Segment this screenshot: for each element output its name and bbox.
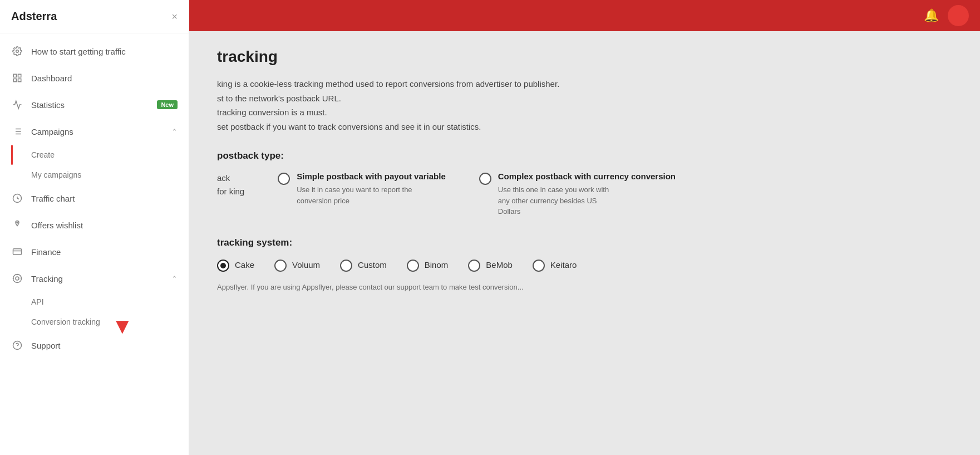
tracking-system-custom[interactable]: Custom [340, 258, 387, 272]
svg-point-17 [13, 275, 22, 283]
tracking-system-binom[interactable]: Binom [407, 258, 449, 272]
main-header: 🔔 [189, 0, 980, 31]
sidebar-item-tracking[interactable]: Tracking ⌃ [0, 265, 189, 292]
postback-simple-radio[interactable] [278, 173, 290, 185]
campaigns-icon [11, 125, 23, 138]
tracking-cake-radio[interactable] [217, 260, 229, 272]
svg-point-0 [16, 50, 19, 53]
tracking-voluum-label: Voluum [292, 260, 320, 270]
sidebar-item-label-support: Support [31, 341, 178, 350]
sidebar-item-label-how-to-start: How to start getting traffic [31, 47, 178, 56]
sidebar-item-offers-wishlist[interactable]: Offers wishlist [0, 212, 189, 238]
svg-point-18 [16, 277, 19, 280]
postback-option-no-postback: ack for king [217, 172, 244, 198]
sidebar-item-label-finance: Finance [31, 247, 178, 257]
svg-rect-15 [13, 249, 22, 255]
svg-rect-4 [18, 79, 21, 82]
tracking-system-label: tracking system: [217, 237, 952, 248]
notification-bell-icon[interactable]: 🔔 [924, 8, 939, 23]
support-icon [11, 339, 23, 351]
main-content: 🔔 tracking king is a cookie-less trackin… [189, 0, 980, 455]
sidebar-item-finance[interactable]: Finance [0, 238, 189, 265]
svg-rect-2 [18, 74, 21, 77]
sidebar-item-label-statistics: Statistics [31, 100, 152, 110]
description-block: king is a cookie-less tracking method us… [217, 77, 952, 134]
sidebar-item-label-tracking: Tracking [31, 274, 171, 283]
tracking-system-keitaro[interactable]: Keitaro [533, 258, 577, 272]
sidebar-item-label-campaigns: Campaigns [31, 127, 171, 136]
my-campaigns-label: My campaigns [31, 170, 81, 179]
tracking-bemob-radio[interactable] [468, 260, 480, 272]
svg-rect-3 [13, 79, 16, 82]
sidebar-item-support[interactable]: Support [0, 332, 189, 359]
tracking-system-cake[interactable]: Cake [217, 258, 254, 272]
campaigns-chevron-icon: ⌃ [171, 128, 178, 136]
postback-type-section: postback type: ack for king Simple postb… [217, 150, 952, 217]
sidebar-sub-item-create[interactable]: Create [0, 145, 189, 165]
sidebar-item-dashboard[interactable]: Dashboard [0, 65, 189, 91]
tracking-system-section: tracking system: Cake Voluum Cu [217, 237, 952, 291]
postback-option-complex[interactable]: Complex postback with currency conversio… [479, 172, 676, 217]
tracking-cake-label: Cake [235, 260, 254, 270]
sidebar-item-statistics[interactable]: Statistics New [0, 91, 189, 118]
sidebar-sub-item-api[interactable]: API [0, 292, 189, 312]
sidebar-header: Adsterra × [0, 0, 189, 33]
bottom-note: Appsflyer. If you are using Appsflyer, p… [217, 283, 952, 291]
sidebar-item-label-traffic-chart: Traffic chart [31, 194, 178, 203]
main-body: tracking king is a cookie-less tracking … [189, 31, 980, 455]
tracking-bemob-label: BeMob [486, 260, 513, 270]
gear-icon [11, 45, 23, 57]
tracking-custom-radio[interactable] [340, 260, 352, 272]
tracking-custom-label: Custom [358, 260, 387, 270]
tracking-system-voluum[interactable]: Voluum [274, 258, 320, 272]
sidebar-item-how-to-start[interactable]: How to start getting traffic [0, 38, 189, 65]
tracking-icon [11, 272, 23, 285]
tracking-binom-radio[interactable] [407, 260, 419, 272]
sidebar-close-button[interactable]: × [171, 12, 178, 22]
tracking-keitaro-label: Keitaro [550, 260, 577, 270]
create-label: Create [31, 150, 55, 159]
conversion-tracking-label: Conversion tracking [31, 317, 100, 326]
postback-complex-radio[interactable] [479, 173, 491, 185]
sidebar-logo: Adsterra [11, 10, 57, 23]
sidebar-item-label-dashboard: Dashboard [31, 74, 178, 83]
tracking-chevron-icon: ⌃ [171, 275, 178, 283]
dashboard-icon [11, 72, 23, 84]
tracking-keitaro-radio[interactable] [533, 260, 545, 272]
svg-rect-1 [13, 74, 16, 77]
postback-complex-desc: Use this one in case you work with any o… [498, 184, 620, 217]
api-label: API [31, 297, 44, 306]
statistics-new-badge: New [157, 100, 178, 109]
postback-option-simple[interactable]: Simple postback with payout variable Use… [278, 172, 446, 206]
offers-wishlist-icon [11, 219, 23, 231]
tracking-voluum-radio[interactable] [274, 260, 287, 272]
sidebar-sub-item-my-campaigns[interactable]: My campaigns [0, 165, 189, 185]
sidebar-item-campaigns[interactable]: Campaigns ⌃ [0, 118, 189, 145]
tracking-binom-label: Binom [425, 260, 449, 270]
svg-point-14 [17, 222, 18, 223]
sidebar: Adsterra × How to start getting traffic … [0, 0, 189, 455]
sidebar-nav: How to start getting traffic Dashboard S… [0, 33, 189, 455]
user-avatar[interactable] [948, 5, 969, 26]
tracking-system-bemob[interactable]: BeMob [468, 258, 513, 272]
sidebar-item-traffic-chart[interactable]: Traffic chart [0, 185, 189, 212]
sidebar-item-label-offers-wishlist: Offers wishlist [31, 221, 178, 230]
traffic-chart-icon [11, 192, 23, 204]
tracking-systems-container: Cake Voluum Custom Binom [217, 258, 952, 272]
svg-line-13 [17, 198, 19, 199]
postback-simple-desc: Use it in case you want to report the co… [297, 184, 419, 206]
postback-complex-title: Complex postback with currency conversio… [498, 172, 676, 181]
sidebar-sub-item-conversion-tracking[interactable]: Conversion tracking [0, 312, 189, 332]
finance-icon [11, 246, 23, 258]
postback-type-label: postback type: [217, 150, 952, 162]
statistics-icon [11, 99, 23, 111]
postback-simple-title: Simple postback with payout variable [297, 172, 446, 181]
postback-options-container: ack for king Simple postback with payout… [217, 172, 952, 217]
page-title: tracking [217, 48, 952, 66]
